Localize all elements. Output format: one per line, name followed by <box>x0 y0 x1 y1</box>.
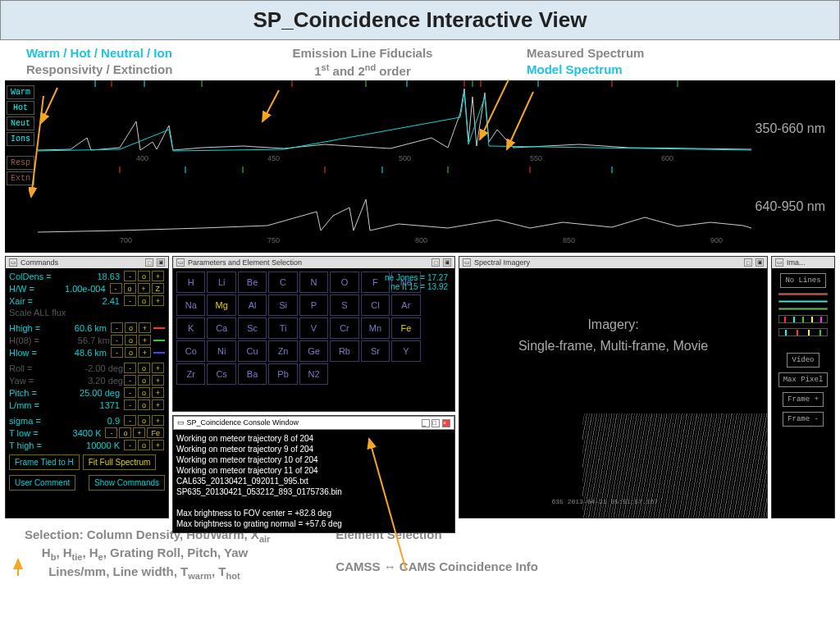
element-Be[interactable]: Be <box>238 272 267 293</box>
element-Co[interactable]: Co <box>176 340 205 362</box>
ne-info: ne Jones = 17.27ne It 15 = 13.92 <box>385 273 448 291</box>
annotation-right: Measured Spectrum Model Spectrum <box>527 45 644 77</box>
imagery-panel: ▭Spectral Imagery□▣ Imagery: Single-fram… <box>459 256 768 518</box>
imagery-timestamp: 635 2013-04-21 05:51:57.167 <box>552 498 659 505</box>
element-Zr[interactable]: Zr <box>176 363 205 385</box>
element-Sr[interactable]: Sr <box>361 340 390 362</box>
annotation-element: Element Selection CAMSS ↔ CAMS Coinciden… <box>336 527 538 582</box>
svg-text:500: 500 <box>399 154 411 162</box>
console-header[interactable]: ▭ SP_Coincidence Console Window_ □ × <box>173 416 454 430</box>
element-S[interactable]: S <box>330 294 358 316</box>
red-line-legend <box>778 293 828 295</box>
page-title: SP_Coincidence Interactive View <box>7 7 833 33</box>
console-panel: ▭ SP_Coincidence Console Window_ □ × Wor… <box>172 415 455 533</box>
element-H[interactable]: H <box>176 272 205 293</box>
green-line-legend <box>778 308 828 310</box>
element-Pb[interactable]: Pb <box>268 363 297 385</box>
ima-panel: ▭Ima... No Lines Video Max Pixel Frame +… <box>771 256 835 518</box>
element-Cl[interactable]: Cl <box>361 294 390 316</box>
element-Ti[interactable]: Ti <box>268 317 297 339</box>
minus-button[interactable]: - <box>124 271 136 281</box>
element-Cr[interactable]: Cr <box>330 317 358 339</box>
svg-text:600: 600 <box>661 154 673 162</box>
imagery-description: Imagery: Single-frame, Multi-frame, Movi… <box>459 314 767 356</box>
spectrum-plot-1: 400450500550600 <box>38 80 776 162</box>
element-V[interactable]: V <box>299 317 328 339</box>
element-Na[interactable]: Na <box>176 294 205 316</box>
svg-text:700: 700 <box>120 236 132 244</box>
show-commands-button[interactable]: Show Commands <box>89 475 165 491</box>
element-N2[interactable]: N2 <box>299 363 328 385</box>
element-Li[interactable]: Li <box>207 272 235 293</box>
extn-toggle[interactable]: Extn <box>7 171 34 185</box>
user-comment-button[interactable]: User Comment <box>9 475 75 491</box>
video-button[interactable]: Video <box>787 353 819 368</box>
element-Ge[interactable]: Ge <box>299 340 328 362</box>
imagery-header[interactable]: ▭Spectral Imagery□▣ <box>459 257 767 268</box>
o-button[interactable]: o <box>138 271 150 281</box>
cyan-line-legend <box>778 300 828 303</box>
resp-toggle[interactable]: Resp <box>7 156 34 170</box>
annotation-selection: Selection: Column Density, Hot/Warm, Xai… <box>25 527 270 582</box>
annotation-middle: Emission Line Fiducials 1st and 2nd orde… <box>248 45 477 79</box>
plus-button[interactable]: + <box>152 271 164 281</box>
element-K[interactable]: K <box>176 317 205 339</box>
spectrum-plot-2: 700750800850900 <box>38 167 776 244</box>
frame-tied-button[interactable]: Frame Tied to H <box>9 454 80 470</box>
annotation-left: Warm / Hot / Neutral / Ion Responsivity … <box>26 45 248 77</box>
commands-header[interactable]: ▭Commands□▣ <box>6 257 168 268</box>
panels-row: ▭Commands□▣ ColDens =18.63-o+ H/W =1.00e… <box>5 256 835 518</box>
spectrum-area: Warm Hot Neut Ions Resp Extn 350-660 nm … <box>5 80 835 253</box>
hot-toggle[interactable]: Hot <box>7 101 34 115</box>
element-C[interactable]: C <box>268 272 297 293</box>
element-N[interactable]: N <box>299 272 328 293</box>
svg-text:900: 900 <box>710 236 723 244</box>
middle-column: ▭Parameters and Element Selection□▣ HLiB… <box>172 256 455 518</box>
no-lines-button[interactable]: No Lines <box>780 273 825 288</box>
svg-text:400: 400 <box>136 154 148 162</box>
fe-button[interactable]: Fe <box>147 427 164 438</box>
svg-text:750: 750 <box>267 236 280 244</box>
commands-panel: ▭Commands□▣ ColDens =18.63-o+ H/W =1.00e… <box>5 256 169 518</box>
z-button[interactable]: Z <box>152 283 165 294</box>
element-Ar[interactable]: Ar <box>391 294 420 316</box>
frame-plus-button[interactable]: Frame + <box>783 392 824 407</box>
element-Mg[interactable]: Mg <box>207 294 235 316</box>
element-Ba[interactable]: Ba <box>238 363 267 385</box>
element-Si[interactable]: Si <box>268 294 297 316</box>
top-annotations: Warm / Hot / Neutral / Ion Responsivity … <box>0 40 840 80</box>
element-Cu[interactable]: Cu <box>238 340 267 362</box>
header-bar: SP_Coincidence Interactive View <box>0 0 840 40</box>
fit-spectrum-button[interactable]: Fit Full Spectrum <box>83 454 157 470</box>
console-output: Working on meteor trajectory 8 of 204Wor… <box>173 430 454 532</box>
warm-toggle[interactable]: Warm <box>7 85 34 99</box>
element-Ni[interactable]: Ni <box>207 340 235 362</box>
spectrum-toggles-1: Warm Hot Neut Ions <box>7 85 34 146</box>
neut-toggle[interactable]: Neut <box>7 116 34 130</box>
ima-header[interactable]: ▭Ima... <box>772 257 834 268</box>
svg-text:850: 850 <box>563 236 575 244</box>
element-Fe[interactable]: Fe <box>391 317 420 339</box>
svg-text:550: 550 <box>530 154 542 162</box>
element-Zn[interactable]: Zn <box>268 340 297 362</box>
ions-toggle[interactable]: Ions <box>7 132 34 146</box>
element-Mn[interactable]: Mn <box>361 317 390 339</box>
max-pixel-button[interactable]: Max Pixel <box>778 372 829 387</box>
element-Rb[interactable]: Rb <box>330 340 358 362</box>
element-Y[interactable]: Y <box>391 340 420 362</box>
element-O[interactable]: O <box>330 272 358 293</box>
element-Sc[interactable]: Sc <box>238 317 267 339</box>
multi-line-legend-2 <box>778 328 828 336</box>
multi-line-legend-1 <box>778 315 828 323</box>
element-Al[interactable]: Al <box>238 294 267 316</box>
svg-text:450: 450 <box>267 154 280 162</box>
element-Ca[interactable]: Ca <box>207 317 235 339</box>
spectrum-toggles-2: Resp Extn <box>7 156 34 185</box>
element-Cs[interactable]: Cs <box>207 363 235 385</box>
frame-minus-button[interactable]: Frame - <box>783 412 824 427</box>
svg-text:800: 800 <box>415 236 427 244</box>
parameters-header[interactable]: ▭Parameters and Element Selection□▣ <box>173 257 454 268</box>
parameters-panel: ▭Parameters and Element Selection□▣ HLiB… <box>172 256 455 412</box>
element-P[interactable]: P <box>299 294 328 316</box>
